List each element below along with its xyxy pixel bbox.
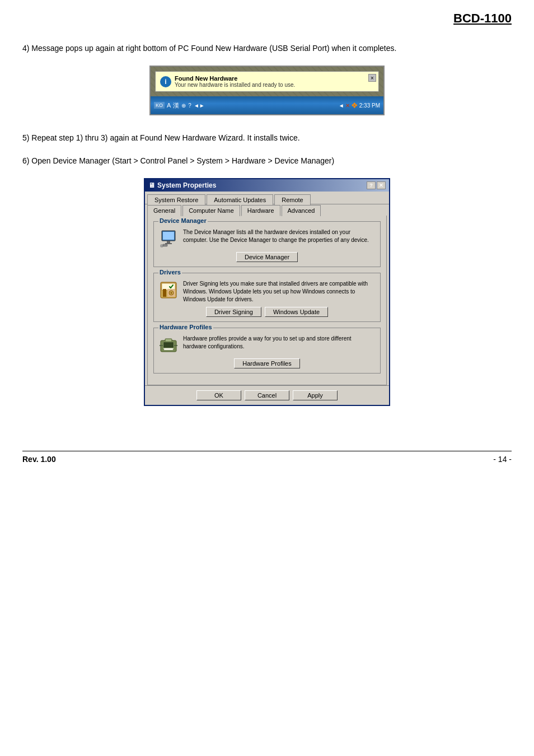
step4-text: 4) Message pops up again at right bottom…	[22, 43, 512, 54]
taskbar-icon2: ?	[188, 102, 191, 109]
tray-arrow-icon: ◄	[339, 102, 344, 109]
taskbar: KO A 漢 ⊕ ? ◄► ◄ ✕ ❖ 2:33 PM	[151, 96, 383, 114]
page-title: BCD-1100	[22, 11, 512, 26]
device-manager-button[interactable]: Device Manager	[236, 252, 298, 262]
taskbar-tray: ◄ ✕ ❖ 2:33 PM	[339, 101, 380, 110]
drivers-btn-row: Driver Signing Windows Update	[158, 307, 376, 317]
hardware-profiles-section: Hardware Profiles	[153, 328, 381, 374]
apply-button[interactable]: Apply	[293, 390, 338, 400]
system-properties-dialog: 🖥 System Properties ? ✕ System Restore A…	[144, 178, 390, 406]
svg-rect-17	[164, 348, 173, 350]
windows-update-button[interactable]: Windows Update	[265, 307, 328, 317]
tab-general[interactable]: General	[147, 205, 181, 216]
footer-revision: Rev. 1.00	[22, 455, 56, 464]
dialog-controls: ? ✕	[367, 181, 386, 189]
dialog-title-left: 🖥 System Properties	[148, 181, 216, 189]
svg-rect-1	[163, 232, 174, 240]
dialog-titlebar: 🖥 System Properties ? ✕	[145, 179, 389, 192]
svg-rect-16	[163, 342, 174, 348]
tab-remote[interactable]: Remote	[274, 194, 311, 205]
taskbar-char-han: 漢	[173, 101, 179, 110]
notification-title: Found New Hardware	[175, 75, 295, 82]
dialog-tabs-top: System Restore Automatic Updates Remote	[145, 192, 389, 204]
hardware-profiles-button[interactable]: Hardware Profiles	[234, 358, 299, 368]
step6-text: 6) Open Device Manager (Start > Control …	[22, 155, 512, 167]
tab-system-restore[interactable]: System Restore	[147, 194, 205, 205]
tray-x-icon: ✕	[345, 102, 350, 109]
dialog-help-button[interactable]: ?	[367, 181, 376, 189]
device-manager-label: Device Manager	[158, 217, 208, 224]
taskbar-icon1: ⊕	[181, 102, 186, 109]
step5-text: 5) Repeat step 1) thru 3) again at Found…	[22, 132, 512, 144]
device-manager-section: Device Manager	[153, 221, 381, 267]
notification-close-button[interactable]: ×	[368, 74, 376, 82]
ok-button[interactable]: OK	[196, 390, 241, 400]
notification-screenshot: i Found New Hardware Your new hardware i…	[22, 66, 512, 115]
drivers-section: Drivers	[153, 273, 381, 322]
svg-rect-2	[167, 241, 170, 243]
page-footer: Rev. 1.00 - 14 -	[22, 451, 512, 464]
device-manager-icon	[158, 228, 179, 249]
tab-hardware[interactable]: Hardware	[241, 205, 280, 216]
taskbar-char-a: A	[167, 102, 171, 109]
svg-point-11	[171, 292, 172, 294]
hardware-profiles-desc: Hardware profiles provide a way for you …	[183, 335, 376, 351]
dialog-content: Device Manager	[147, 216, 387, 385]
taskbar-ko: KO	[154, 102, 165, 109]
drivers-icon	[158, 280, 179, 300]
taskbar-left: KO A 漢 ⊕ ? ◄►	[154, 101, 205, 110]
notification-body: Your new hardware is installed and ready…	[175, 82, 295, 88]
hardware-profiles-btn-row: Hardware Profiles	[158, 358, 376, 368]
tab-computer-name[interactable]: Computer Name	[182, 205, 240, 216]
drivers-label: Drivers	[158, 269, 182, 276]
driver-signing-button[interactable]: Driver Signing	[206, 307, 261, 317]
dialog-tabs-bottom: General Computer Name Hardware Advanced	[145, 204, 389, 216]
footer-page-number: - 14 -	[493, 455, 512, 464]
notification-icon: i	[160, 76, 171, 87]
dialog-title-text: System Properties	[157, 181, 216, 189]
svg-rect-8	[163, 289, 166, 297]
drivers-body: Driver Signing lets you make sure that i…	[158, 280, 376, 304]
hardware-profiles-icon	[158, 335, 179, 355]
hardware-profiles-label: Hardware Profiles	[158, 324, 213, 330]
device-manager-desc: The Device Manager lists all the hardwar…	[183, 228, 376, 244]
dialog-footer: OK Cancel Apply	[145, 385, 389, 405]
tab-automatic-updates[interactable]: Automatic Updates	[207, 194, 273, 205]
tray-clock: 2:33 PM	[359, 102, 380, 109]
dialog-close-button[interactable]: ✕	[377, 181, 386, 189]
svg-rect-3	[165, 243, 172, 244]
svg-rect-5	[161, 245, 163, 247]
device-manager-body: The Device Manager lists all the hardwar…	[158, 228, 376, 249]
drivers-desc: Driver Signing lets you make sure that i…	[183, 280, 376, 304]
tray-orange-icon: ❖	[351, 101, 358, 110]
system-properties-screenshot: 🖥 System Properties ? ✕ System Restore A…	[22, 178, 512, 406]
notification-popup: i Found New Hardware Your new hardware i…	[155, 71, 379, 92]
dialog-title-icon: 🖥	[148, 181, 155, 189]
svg-rect-4	[163, 244, 167, 246]
hardware-profiles-body: Hardware profiles provide a way for you …	[158, 335, 376, 355]
device-manager-btn-row: Device Manager	[158, 252, 376, 262]
notification-content: Found New Hardware Your new hardware is …	[175, 75, 295, 88]
taskbar-arrows: ◄►	[194, 102, 205, 109]
tab-advanced[interactable]: Advanced	[282, 205, 321, 216]
cancel-button[interactable]: Cancel	[245, 390, 289, 400]
svg-rect-13	[165, 339, 172, 342]
